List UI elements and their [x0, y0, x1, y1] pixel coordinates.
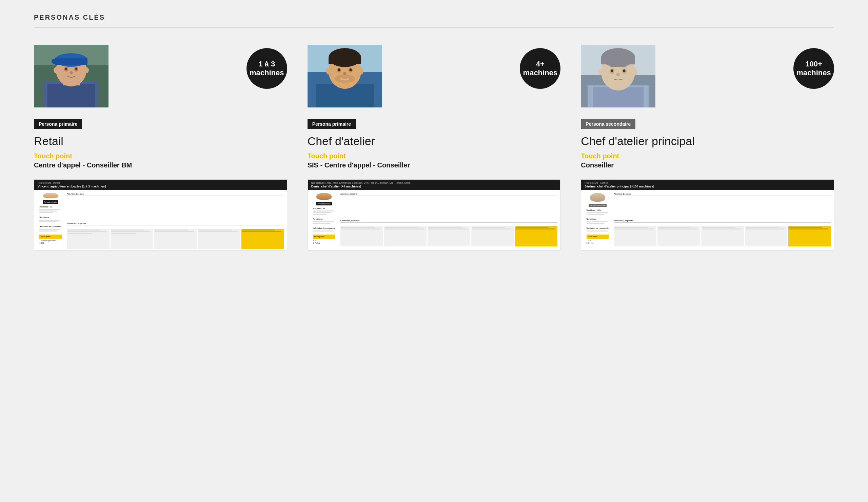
preview-line — [313, 230, 334, 231]
preview-line — [68, 231, 107, 232]
preview-info-chef: Machines : 4+ Numérique Habitudes de com… — [313, 207, 335, 244]
persona-card-chef: 4+ machines Persona primaire Chef d'atel… — [308, 45, 561, 251]
chef-principal-photo-svg — [581, 45, 655, 107]
preview-line — [155, 229, 187, 230]
preview-badge-chef: Persona primaire — [316, 202, 332, 206]
preview-line — [516, 227, 549, 228]
svg-point-11 — [65, 68, 67, 70]
preview-line — [789, 227, 822, 228]
svg-rect-22 — [329, 57, 361, 64]
persona-preview-retail: Nos testeurs : Daniel Vincent, agriculte… — [34, 179, 287, 251]
preview-line — [658, 227, 691, 228]
preview-section-attentes-chef-principal: Attentes, besoins — [614, 193, 831, 196]
persona-name-chef-principal: Chef d'atelier principal — [581, 134, 834, 148]
preview-col1-chef-principal: Attentes, besoins Scénarios, objectifs — [614, 193, 831, 244]
preview-line — [68, 229, 100, 230]
scenario-box — [67, 229, 110, 249]
preview-badge-chef-principal: Persona secondaire — [589, 204, 606, 207]
preview-header-small-chef-principal: Nos testeurs : Fabrice — [585, 182, 830, 184]
persona-name-chef: Chef d'atelier — [308, 134, 561, 148]
photo-container-retail: 1 à 3 machines — [34, 45, 287, 113]
preview-section-attentes-chef: Attentes, besoins — [340, 193, 558, 196]
preview-scenarios-grid-chef — [340, 226, 558, 247]
preview-section-scenarios-retail: Scénarios, objectifs — [67, 222, 284, 226]
preview-line — [428, 227, 461, 228]
preview-header-small-retail: Nos testeurs : Daniel — [38, 182, 283, 184]
preview-line — [313, 210, 334, 211]
touch-point-value-chef-principal: Conseiller — [581, 161, 834, 169]
page-header: PERSONAS CLÉS — [34, 13, 834, 28]
preview-line — [587, 223, 604, 224]
preview-line — [155, 231, 194, 232]
touch-point-label-chef-principal: Touch point — [581, 152, 834, 160]
preview-scenarios-grid-chef-principal — [614, 226, 831, 247]
persona-type-badge-chef-principal: Persona secondaire — [581, 119, 834, 134]
persona-type-badge-chef: Persona primaire — [308, 119, 561, 134]
machines-badge-chef-principal: 100+ machines — [793, 48, 834, 89]
scenario-box — [154, 229, 197, 249]
persona-preview-chef: Nos testeurs : José, Alain, Emmanuel, Sé… — [308, 179, 561, 251]
svg-point-44 — [599, 69, 603, 75]
preview-left-chef: Persona primaire Machines : 4+ Numérique… — [311, 193, 338, 244]
preview-line — [341, 229, 380, 229]
svg-point-43 — [616, 73, 620, 76]
photo-chef — [308, 45, 382, 107]
preview-badge-retail: Persona primaire — [43, 200, 58, 204]
preview-line — [384, 229, 424, 229]
svg-point-41 — [611, 70, 613, 72]
preview-line — [313, 214, 326, 215]
scenario-box — [614, 226, 657, 247]
persona-type-badge-retail: Persona primaire — [34, 119, 287, 134]
persona-primary-badge-retail: Persona primaire — [34, 119, 82, 129]
preview-line — [702, 227, 735, 228]
touch-point-label-retail: Touch point — [34, 152, 287, 160]
scenario-box-yellow — [515, 226, 558, 247]
preview-line — [587, 212, 608, 213]
scenario-box-yellow — [788, 226, 831, 247]
preview-title-chef: Denis, chef d'atelier [+4 machines] — [311, 185, 557, 188]
preview-header-small-chef: Nos testeurs : José, Alain, Emmanuel, Sé… — [311, 182, 557, 184]
preview-line — [39, 221, 57, 222]
preview-line — [39, 209, 60, 210]
persona-card-retail: 1 à 3 machines Persona primaire Retail T… — [34, 45, 287, 251]
scenario-box — [340, 226, 383, 247]
svg-point-25 — [338, 69, 340, 71]
scenario-box — [658, 226, 700, 247]
preview-line — [341, 227, 374, 228]
machines-badge-chef: 4+ machines — [520, 48, 560, 89]
preview-line — [39, 229, 60, 230]
preview-line — [702, 229, 741, 229]
touch-point-value-retail: Centre d'appel - Conseiller BM — [34, 161, 287, 169]
preview-right-retail: Attentes, besoins Scénarios, objectifs — [67, 193, 284, 244]
preview-line — [658, 229, 698, 229]
preview-body-chef: Persona primaire Machines : 4+ Numérique… — [308, 190, 560, 247]
preview-line — [39, 212, 53, 213]
preview-left-retail: Persona primaire Machines : 1-3 Numériqu… — [37, 193, 64, 244]
preview-line — [384, 227, 417, 228]
svg-point-45 — [633, 69, 638, 75]
preview-line — [39, 210, 57, 211]
preview-line — [472, 227, 505, 228]
photo-container-chef: 4+ machines — [308, 45, 561, 113]
preview-line — [198, 229, 231, 230]
preview-header-chef-principal: Nos testeurs : Fabrice Jérôme, chef d'at… — [581, 180, 834, 190]
preview-line — [198, 231, 238, 232]
preview-avatar-chef-principal — [590, 193, 605, 202]
preview-line — [313, 221, 334, 222]
scenario-box — [471, 226, 514, 247]
machines-badge-text-chef: 4+ machines — [520, 60, 560, 77]
svg-point-30 — [335, 75, 355, 83]
preview-left-chef-principal: Persona secondaire Machines : 100+ Numér… — [584, 193, 611, 244]
preview-info-chef-principal: Machines : 100+ Numérique Habitudes de c… — [587, 209, 609, 244]
persona-card-chef-principal: 100+ machines Persona secondaire Chef d'… — [581, 45, 834, 251]
svg-rect-38 — [601, 57, 635, 64]
preview-line — [587, 221, 608, 222]
preview-line — [789, 229, 828, 229]
svg-point-27 — [343, 72, 347, 75]
svg-point-42 — [623, 70, 626, 72]
svg-rect-3 — [48, 84, 95, 107]
preview-line — [111, 231, 151, 232]
preview-section-scenarios-chef-principal: Scénarios, objectifs — [614, 220, 831, 223]
preview-line — [587, 214, 604, 215]
touch-point-value-chef: SIS - Centre d'appel - Conseiller — [308, 161, 561, 169]
